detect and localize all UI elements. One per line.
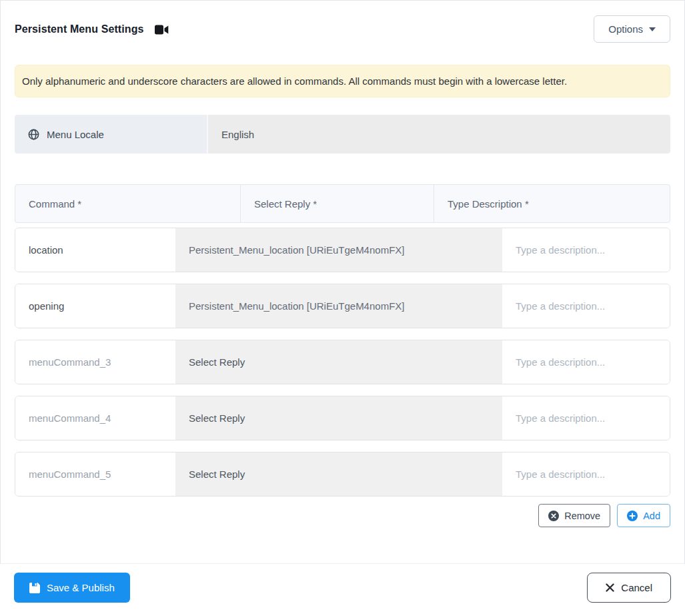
- save-icon: [29, 583, 40, 593]
- x-icon: [606, 583, 614, 592]
- menu-locale-label-text: Menu Locale: [47, 129, 104, 140]
- command-rules-alert: Only alphanumeric and underscore charact…: [15, 65, 670, 97]
- video-camera-icon: [155, 25, 169, 35]
- add-button-label: Add: [643, 511, 660, 521]
- command-value: location: [29, 244, 63, 256]
- command-input[interactable]: location: [15, 228, 175, 272]
- command-value: menuCommand_3: [29, 356, 111, 368]
- select-reply-dropdown[interactable]: Persistent_Menu_location [URiEuTgeM4nomF…: [175, 284, 502, 328]
- command-input[interactable]: menuCommand_5: [15, 452, 175, 496]
- menu-locale-select[interactable]: English: [208, 115, 670, 153]
- select-reply-value: Select Reply: [189, 469, 245, 480]
- circle-plus-icon: [627, 511, 638, 521]
- column-header-select-reply: Select Reply *: [241, 185, 434, 222]
- column-header-type-description: Type Description *: [434, 185, 670, 222]
- description-input[interactable]: Type a description...: [502, 284, 670, 328]
- select-reply-value: Persistent_Menu_location [URiEuTgeM4nomF…: [189, 244, 404, 256]
- command-input[interactable]: menuCommand_4: [15, 396, 175, 440]
- select-reply-dropdown[interactable]: Persistent_Menu_location [URiEuTgeM4nomF…: [175, 228, 502, 272]
- description-input[interactable]: Type a description...: [502, 340, 670, 384]
- select-reply-dropdown[interactable]: Select Reply: [175, 452, 502, 496]
- add-row-button[interactable]: Add: [617, 504, 670, 527]
- row-action-buttons: Remove Add: [15, 504, 670, 527]
- command-value: opening: [29, 300, 64, 312]
- table-row: opening Persistent_Menu_location [URiEuT…: [15, 284, 670, 328]
- column-header-command: Command *: [15, 185, 241, 222]
- description-placeholder: Type a description...: [516, 356, 605, 368]
- description-placeholder: Type a description...: [516, 300, 605, 312]
- cancel-button-label: Cancel: [621, 582, 652, 593]
- select-reply-dropdown[interactable]: Select Reply: [175, 396, 502, 440]
- save-publish-label: Save & Publish: [47, 582, 115, 593]
- cancel-button[interactable]: Cancel: [587, 573, 671, 603]
- panel-footer: Save & Publish Cancel: [0, 564, 685, 603]
- table-row: menuCommand_5 Select Reply Type a descri…: [15, 452, 670, 497]
- command-value: menuCommand_4: [29, 412, 111, 424]
- description-placeholder: Type a description...: [516, 412, 605, 424]
- persistent-menu-settings-page: Persistent Menu Settings Options Only al…: [0, 0, 685, 616]
- menu-locale-label: Menu Locale: [15, 115, 208, 153]
- alert-text: Only alphanumeric and underscore charact…: [22, 75, 567, 87]
- description-input[interactable]: Type a description...: [502, 452, 670, 496]
- page-title: Persistent Menu Settings: [15, 23, 144, 35]
- command-rows: location Persistent_Menu_location [URiEu…: [15, 228, 670, 497]
- description-placeholder: Type a description...: [516, 244, 605, 256]
- panel-header: Persistent Menu Settings Options: [15, 15, 670, 43]
- description-placeholder: Type a description...: [516, 469, 605, 480]
- settings-panel-body: Persistent Menu Settings Options Only al…: [0, 0, 685, 564]
- menu-locale-group: Menu Locale English: [15, 115, 670, 153]
- command-input[interactable]: opening: [15, 284, 175, 328]
- description-input[interactable]: Type a description...: [502, 396, 670, 440]
- options-button-label: Options: [608, 23, 643, 35]
- options-button[interactable]: Options: [594, 15, 670, 43]
- remove-row-button[interactable]: Remove: [538, 504, 610, 527]
- menu-locale-value: English: [221, 129, 254, 140]
- command-input[interactable]: menuCommand_3: [15, 340, 175, 384]
- panel-title-group: Persistent Menu Settings: [15, 23, 169, 35]
- globe-icon: [28, 129, 39, 140]
- select-reply-dropdown[interactable]: Select Reply: [175, 340, 502, 384]
- chevron-down-icon: [649, 27, 656, 31]
- table-row: location Persistent_Menu_location [URiEu…: [15, 228, 670, 272]
- remove-button-label: Remove: [564, 511, 600, 521]
- select-reply-value: Persistent_Menu_location [URiEuTgeM4nomF…: [189, 300, 404, 312]
- select-reply-value: Select Reply: [189, 412, 245, 424]
- command-value: menuCommand_5: [29, 469, 111, 480]
- table-row: menuCommand_3 Select Reply Type a descri…: [15, 340, 670, 384]
- table-header-row: Command * Select Reply * Type Descriptio…: [15, 184, 670, 223]
- save-publish-button[interactable]: Save & Publish: [14, 573, 130, 603]
- select-reply-value: Select Reply: [189, 356, 245, 368]
- description-input[interactable]: Type a description...: [502, 228, 670, 272]
- table-row: menuCommand_4 Select Reply Type a descri…: [15, 396, 670, 440]
- circle-x-icon: [548, 511, 559, 521]
